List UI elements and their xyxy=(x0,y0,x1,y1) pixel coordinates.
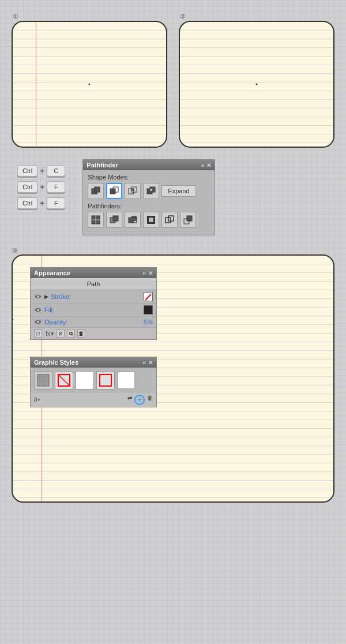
stroke-swatch[interactable] xyxy=(144,292,153,301)
stroke-eye-icon[interactable] xyxy=(34,294,42,299)
ctrl-key-3: Ctrl xyxy=(17,197,37,209)
fill-row[interactable]: Fill: xyxy=(31,304,156,317)
gs-collapse-btn[interactable]: « xyxy=(142,360,146,366)
gs-toolbar-right: ⇄ + 🗑 xyxy=(127,395,153,405)
stroke-arrow: ▶ xyxy=(44,294,48,299)
svg-rect-19 xyxy=(149,218,153,222)
appearance-panel: Appearance « ✕ Path xyxy=(30,267,157,340)
duplicate-icon[interactable]: ⧉ xyxy=(67,330,75,338)
appearance-collapse-btn[interactable]: « xyxy=(142,270,146,276)
f-key-1: F xyxy=(47,181,65,193)
gs-toolbar: 𝒍ì▾ ⇄ + 🗑 xyxy=(31,393,156,407)
opacity-row[interactable]: Opacity: 5% xyxy=(31,317,156,328)
shortcut-row-paste-front2: Ctrl + F xyxy=(17,197,65,209)
center-dot1 xyxy=(89,84,91,85)
gs-style-2[interactable] xyxy=(55,371,73,390)
appearance-titlebar: Appearance « ✕ xyxy=(31,268,156,278)
svg-rect-9 xyxy=(150,189,152,191)
gs-title: Graphic Styles xyxy=(34,359,78,366)
new-item-icon[interactable]: □ xyxy=(34,330,42,338)
corner-bl2 xyxy=(179,145,182,148)
svg-point-29 xyxy=(37,321,39,323)
step1-label: ① xyxy=(13,13,18,20)
intersect-btn[interactable] xyxy=(125,183,141,199)
corner-br3 xyxy=(332,500,334,503)
plus-icon-3: + xyxy=(40,199,44,208)
unite-btn[interactable] xyxy=(88,183,104,199)
stroke-label: Stroke: xyxy=(51,293,141,300)
plus-icon-2: + xyxy=(40,182,44,192)
svg-point-27 xyxy=(37,309,39,311)
svg-rect-16 xyxy=(131,216,137,221)
gs-style-4[interactable] xyxy=(96,371,115,390)
step1-red-line xyxy=(36,22,36,147)
collapse-btn[interactable]: « xyxy=(201,162,205,169)
corner-tr2 xyxy=(332,21,334,24)
center-dot2 xyxy=(256,84,258,85)
trim-btn[interactable] xyxy=(106,212,122,228)
svg-rect-14 xyxy=(113,216,118,221)
svg-rect-30 xyxy=(37,375,49,386)
appearance-content: Path ▶ Stroke: xyxy=(31,278,156,339)
corner-bl3 xyxy=(12,500,14,503)
titlebar-controls: « ✕ xyxy=(201,162,212,169)
step3-canvas: Appearance « ✕ Path xyxy=(12,254,334,503)
gs-break-link-btn[interactable]: ⇄ xyxy=(127,395,132,405)
delete-icon[interactable]: 🗑 xyxy=(77,330,85,338)
gs-close-btn[interactable]: ✕ xyxy=(148,360,153,366)
stroke-row[interactable]: ▶ Stroke: xyxy=(31,290,156,304)
exclude-btn[interactable] xyxy=(143,183,159,199)
crop-btn[interactable] xyxy=(143,212,159,228)
pathfinders-row xyxy=(88,212,210,228)
appearance-controls: « ✕ xyxy=(142,270,153,276)
pathfinder-panel: Pathfinder « ✕ Shape Modes: xyxy=(82,159,215,235)
opacity-value[interactable]: 5% xyxy=(144,319,153,325)
plus-icon-1: + xyxy=(40,166,44,175)
corner-br xyxy=(164,145,167,148)
svg-line-32 xyxy=(58,375,70,386)
close-btn[interactable]: ✕ xyxy=(206,162,211,169)
appearance-close-btn[interactable]: ✕ xyxy=(148,270,153,276)
gs-style-1[interactable] xyxy=(34,371,52,390)
corner-bl xyxy=(12,145,14,148)
gs-new-btn[interactable]: + xyxy=(134,395,145,405)
divide-btn[interactable] xyxy=(88,212,104,228)
gs-titlebar: Graphic Styles « ✕ xyxy=(31,357,156,368)
gs-controls: « ✕ xyxy=(142,360,153,366)
fill-eye-icon[interactable] xyxy=(34,307,42,313)
appearance-toolbar: □ fx▾ ⊘ ⧉ 🗑 xyxy=(31,328,156,339)
fx-label: fx▾ xyxy=(46,330,54,338)
svg-point-25 xyxy=(37,295,39,298)
pathfinder-titlebar: Pathfinder « ✕ xyxy=(83,160,215,170)
gs-library-icon[interactable]: 𝒍ì▾ xyxy=(34,396,40,403)
step2-label: ② xyxy=(180,13,186,20)
shortcuts-panel: Ctrl + C Ctrl + F Ctrl + F xyxy=(12,159,71,215)
expand-button[interactable]: Expand xyxy=(161,185,195,197)
opacity-eye-icon[interactable] xyxy=(34,319,42,325)
shortcut-row-copy: Ctrl + C xyxy=(17,165,65,177)
step2-canvas xyxy=(179,21,334,148)
gs-delete-btn[interactable]: 🗑 xyxy=(147,395,153,405)
shortcut-row-paste-front: Ctrl + F xyxy=(17,181,65,193)
fill-swatch[interactable] xyxy=(144,305,153,314)
svg-rect-1 xyxy=(95,187,100,192)
pathfinder-content: Shape Modes: xyxy=(83,170,215,235)
step3-section: ③ Appearance « ✕ Path xyxy=(0,241,346,508)
opacity-label: Opacity: xyxy=(44,319,141,325)
gs-style-5[interactable] xyxy=(117,371,136,390)
step1-canvas xyxy=(12,21,167,148)
svg-rect-6 xyxy=(131,189,134,191)
pathfinder-title: Pathfinder xyxy=(86,162,118,169)
minus-back-btn[interactable] xyxy=(180,212,196,228)
gs-content xyxy=(31,368,156,393)
corner-tr3 xyxy=(332,254,334,257)
outline-btn[interactable] xyxy=(161,212,178,228)
minus-front-btn[interactable] xyxy=(106,183,122,199)
clear-icon[interactable]: ⊘ xyxy=(57,330,65,338)
pathfinders-label: Pathfinders: xyxy=(88,203,210,209)
gs-style-3[interactable] xyxy=(76,371,94,390)
merge-btn[interactable] xyxy=(125,212,141,228)
path-title: Path xyxy=(31,278,156,290)
f-key-2: F xyxy=(47,197,65,209)
step3-label: ③ xyxy=(12,247,17,254)
